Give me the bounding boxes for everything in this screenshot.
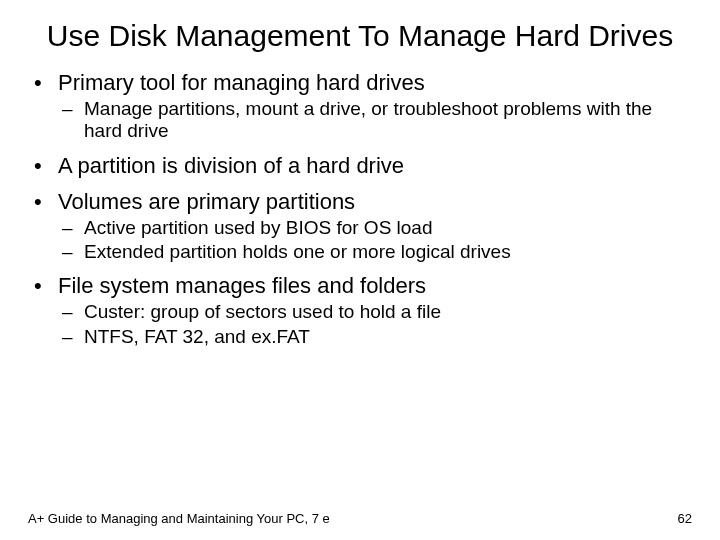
bullet-text: A partition is division of a hard drive xyxy=(58,153,404,178)
list-item: Primary tool for managing hard drives Ma… xyxy=(28,70,692,143)
bullet-text: Manage partitions, mount a drive, or tro… xyxy=(84,98,652,141)
slide-title: Use Disk Management To Manage Hard Drive… xyxy=(0,0,720,54)
bullet-text: Custer: group of sectors used to hold a … xyxy=(84,301,441,322)
bullet-list: Primary tool for managing hard drives Ma… xyxy=(28,70,692,348)
bullet-text: Active partition used by BIOS for OS loa… xyxy=(84,217,433,238)
list-item: Manage partitions, mount a drive, or tro… xyxy=(58,98,692,143)
slide: Use Disk Management To Manage Hard Drive… xyxy=(0,0,720,540)
slide-body: Primary tool for managing hard drives Ma… xyxy=(0,54,720,348)
bullet-text: NTFS, FAT 32, and ex.FAT xyxy=(84,326,310,347)
list-item: File system manages files and folders Cu… xyxy=(28,273,692,348)
list-item: Volumes are primary partitions Active pa… xyxy=(28,189,692,264)
page-number: 62 xyxy=(678,511,692,526)
list-item: A partition is division of a hard drive xyxy=(28,153,692,179)
list-item: Extended partition holds one or more log… xyxy=(58,241,692,263)
list-item: Custer: group of sectors used to hold a … xyxy=(58,301,692,323)
sub-list: Custer: group of sectors used to hold a … xyxy=(58,301,692,348)
list-item: NTFS, FAT 32, and ex.FAT xyxy=(58,326,692,348)
slide-footer: A+ Guide to Managing and Maintaining You… xyxy=(28,511,692,526)
sub-list: Active partition used by BIOS for OS loa… xyxy=(58,217,692,264)
bullet-text: Primary tool for managing hard drives xyxy=(58,70,425,95)
bullet-text: Volumes are primary partitions xyxy=(58,189,355,214)
footer-left: A+ Guide to Managing and Maintaining You… xyxy=(28,511,330,526)
bullet-text: Extended partition holds one or more log… xyxy=(84,241,511,262)
sub-list: Manage partitions, mount a drive, or tro… xyxy=(58,98,692,143)
bullet-text: File system manages files and folders xyxy=(58,273,426,298)
list-item: Active partition used by BIOS for OS loa… xyxy=(58,217,692,239)
